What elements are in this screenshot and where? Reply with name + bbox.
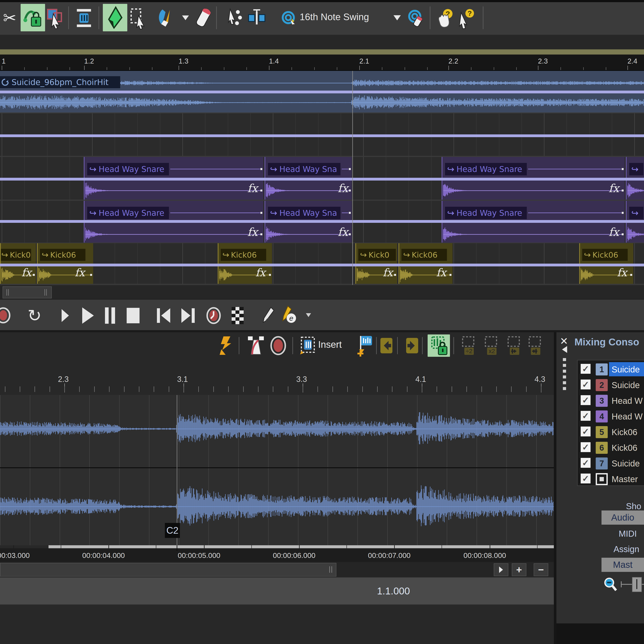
clip-label[interactable]: ↪Head Way Snare [87, 207, 169, 219]
play-button[interactable] [79, 307, 97, 324]
draw-tool-button[interactable] [103, 4, 127, 31]
trim-tool-icon[interactable] [248, 7, 265, 29]
fx-badge[interactable]: fx [338, 226, 348, 238]
track-checkbox[interactable]: ✓ [581, 427, 591, 436]
track-checkbox[interactable]: ✓ [581, 364, 591, 374]
fx-badge[interactable]: fx [255, 266, 266, 279]
envelope-node[interactable] [260, 168, 262, 170]
envelope-node[interactable] [349, 168, 351, 170]
shift-left-icon[interactable] [506, 336, 521, 356]
flag-icon[interactable] [218, 336, 235, 355]
zoom-in-button[interactable]: + [512, 563, 526, 576]
fx-badge[interactable]: fx [383, 266, 393, 279]
clip-label[interactable]: Suicide_96bpm_ChoirHit [0, 76, 120, 88]
track-list-row[interactable]: ✓2Suicide [578, 378, 644, 393]
clip-label[interactable]: ↪Kick06 [221, 249, 266, 261]
stop-button[interactable] [125, 308, 141, 323]
track-checkbox[interactable]: ✓ [581, 442, 591, 452]
play-from-start-button[interactable] [58, 309, 73, 322]
marker-label-c2[interactable]: C2 [165, 523, 180, 538]
track-list-row[interactable]: ✓3Head W [578, 393, 644, 409]
midi-view-button[interactable]: MIDI [619, 529, 637, 539]
scissors-icon[interactable]: ✂ [0, 6, 19, 30]
fx-badge[interactable]: fx [247, 182, 258, 195]
double-selection-icon[interactable]: x2 [483, 336, 498, 356]
editor-h-scrollbar[interactable]: + − [0, 562, 554, 577]
beat-ruler[interactable]: 11.21.31.42.12.22.32.4 [0, 55, 644, 71]
marker-strip[interactable] [49, 545, 554, 548]
envelope-lock-button[interactable] [428, 334, 450, 357]
clip-label[interactable]: ↪Kick06 [582, 249, 628, 261]
envelope-node[interactable] [622, 190, 624, 191]
paint-dropdown-arrow[interactable] [181, 13, 190, 22]
marquee-select-icon[interactable] [130, 7, 147, 29]
envelope-node[interactable] [630, 274, 632, 276]
track-checkbox[interactable]: ✓ [581, 395, 591, 405]
pause-button[interactable] [103, 307, 118, 324]
record-button[interactable] [0, 307, 11, 323]
fx-badge[interactable]: fx [609, 182, 619, 195]
track-checkbox[interactable]: ✓ [581, 380, 591, 389]
shift-right-icon[interactable] [527, 336, 542, 356]
editor-beat-ruler[interactable]: 2.33.13.34.14.3 [0, 373, 554, 395]
scrollbar-thumb[interactable] [3, 286, 52, 298]
go-to-end-button[interactable] [180, 308, 196, 323]
fx-badge[interactable]: fx [617, 266, 627, 279]
fx-badge[interactable]: fx [75, 266, 85, 279]
groove-tool-icon[interactable] [282, 7, 296, 29]
scrollbar-thumb[interactable] [0, 563, 336, 577]
clip-label[interactable]: ↪Head Way Sna [268, 163, 340, 175]
track-checkbox[interactable]: ✓ [581, 474, 591, 483]
fx-badge[interactable]: fx [247, 226, 258, 238]
volume-envelope-line[interactable] [0, 264, 644, 266]
frames-button[interactable] [230, 307, 245, 324]
metronome-icon[interactable] [245, 335, 267, 356]
envelope-node[interactable] [260, 190, 262, 191]
envelope-node[interactable] [394, 274, 396, 276]
time-selection-icon[interactable] [76, 7, 92, 29]
clip-label[interactable]: ↪Kick06 [401, 249, 447, 261]
envelope-node[interactable] [349, 212, 351, 214]
envelope-node[interactable] [260, 233, 262, 235]
groove-dropdown-arrow[interactable] [392, 13, 402, 22]
close-icon[interactable]: ✕ [560, 335, 568, 347]
volume-envelope-line[interactable] [0, 220, 644, 223]
insert-button[interactable]: Insert [318, 339, 342, 350]
groove-erase-icon[interactable] [408, 7, 423, 29]
event-pen-button[interactable]: e [281, 306, 298, 325]
track-list-row[interactable]: ✓1Suicide [578, 362, 644, 378]
pen-tool-button[interactable] [261, 307, 276, 324]
groove-name[interactable]: 16th Note Swing [300, 12, 369, 22]
track-list-row[interactable]: ✓7Suicide [578, 456, 644, 472]
next-region-button[interactable] [405, 337, 419, 354]
clip-label[interactable]: ↪Head Way Sna [268, 207, 340, 219]
track-list-row[interactable]: ✓Master [578, 472, 644, 486]
audio-view-button[interactable]: Audio [601, 510, 644, 525]
prev-region-button[interactable] [380, 337, 393, 354]
volume-envelope-line[interactable] [0, 91, 644, 93]
record-icon[interactable] [269, 336, 287, 355]
hand-help-icon[interactable]: ? [437, 7, 453, 29]
assignable-view-button[interactable]: Assign [614, 544, 639, 554]
metronome-time-button[interactable] [205, 307, 222, 324]
scroll-right-button[interactable] [494, 563, 508, 576]
clip-label[interactable]: ↪ [629, 163, 643, 175]
track-checkbox[interactable]: ✓ [581, 458, 591, 468]
fx-badge[interactable]: fx [21, 266, 32, 279]
clip-label[interactable]: ↪Head Way Snare [445, 207, 527, 219]
track-list-row[interactable]: ✓5Kick06 [578, 425, 644, 440]
mixer-zoom-slider[interactable] [621, 576, 644, 593]
envelope-node[interactable] [90, 274, 92, 276]
slider-thumb[interactable] [632, 577, 642, 592]
envelope-node[interactable] [450, 274, 451, 276]
envelope-node[interactable] [622, 233, 624, 235]
envelope-node[interactable] [33, 274, 35, 276]
halve-selection-icon[interactable]: ÷2 [461, 336, 476, 356]
zoom-out-button[interactable]: − [534, 563, 548, 576]
fx-badge[interactable]: fx [436, 266, 446, 279]
envelope-node[interactable] [349, 190, 351, 191]
envelope-node[interactable] [269, 274, 271, 276]
track-list-row[interactable]: ✓6Kick06 [578, 440, 644, 456]
split-cursor-icon[interactable] [228, 7, 242, 29]
time-ruler[interactable]: 00:00:03.00000:00:04.00000:00:05.00000:0… [0, 548, 554, 562]
